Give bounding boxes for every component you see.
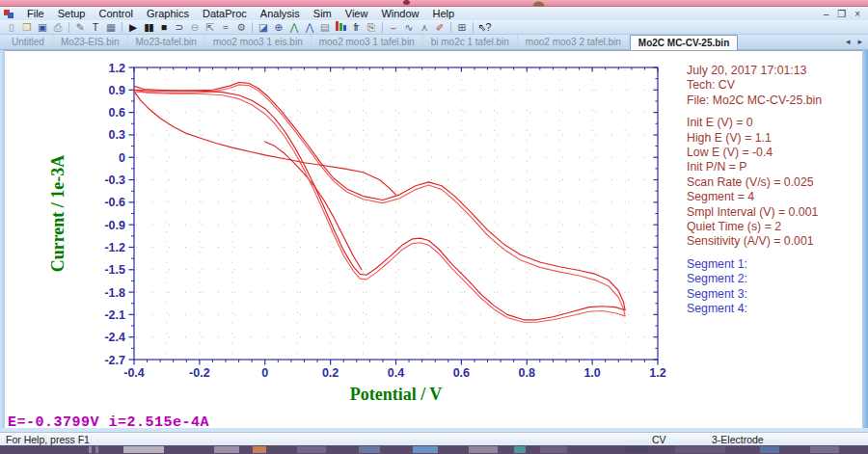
x-tick-label: 0.6 <box>453 366 470 380</box>
taskbar-item[interactable] <box>625 446 648 453</box>
param-line: Scan Rate (V/s) = 0.025 <box>687 175 822 190</box>
cv-trace-cathodic-sweep-a <box>134 90 625 319</box>
x-tick-label: 0.2 <box>322 366 339 380</box>
y-tick-label: -0.9 <box>104 219 125 232</box>
app-window: FileSetupControlGraphicsDataProcAnalysis… <box>0 0 868 454</box>
taskbar-item[interactable] <box>540 446 567 453</box>
status-help-text: For Help, press F1 <box>6 434 90 445</box>
y-tick-label: -2.7 <box>104 354 125 367</box>
y-tick-label: -1.5 <box>104 263 125 277</box>
y-tick-label: -0.6 <box>104 196 125 209</box>
status-technique: CV <box>652 434 666 445</box>
param-line: Segment = 4 <box>687 190 822 204</box>
segment-line: Segment 3: <box>687 287 822 302</box>
experiment-info-panel: July 20, 2017 17:01:13Tech: CVFile: Mo2C… <box>687 64 822 325</box>
cv-trace-anodic-sweep-a <box>134 83 625 310</box>
cv-trace-cathodic-sweep-b <box>134 92 625 322</box>
taskbar-item[interactable] <box>514 446 526 453</box>
y-tick-label: -2.4 <box>104 331 125 344</box>
y-tick-label: 0.3 <box>109 128 125 142</box>
segment-line: Segment 1: <box>687 257 822 272</box>
cursor-readout: E=-0.3799V i=2.515e-4A <box>8 414 209 431</box>
cv-trace-anodic-sweep-b <box>134 85 625 316</box>
x-tick-label: 1.2 <box>649 366 665 380</box>
info-line: File: Mo2C MC-CV-25.bin <box>687 93 822 108</box>
param-line: Low E (V) = -0.4 <box>687 146 822 160</box>
taskbar-item[interactable] <box>413 446 438 453</box>
x-tick-label: 1.0 <box>583 366 600 380</box>
y-tick-label: 0.6 <box>109 106 125 120</box>
cv-trace-initial-sweep-segment-1 <box>265 142 362 270</box>
taskbar-item[interactable] <box>810 446 839 453</box>
status-electrode: 3-Electrode <box>712 434 764 445</box>
x-axis-title: Potential / V <box>350 385 443 404</box>
y-tick-label: 0 <box>119 151 125 165</box>
param-line: Init E (V) = 0 <box>687 116 822 130</box>
taskbar-item[interactable] <box>89 446 92 453</box>
info-line: July 20, 2017 17:01:13 <box>687 64 822 78</box>
param-line: Smpl Interval (V) = 0.001 <box>687 205 822 220</box>
taskbar-item[interactable] <box>760 446 779 453</box>
taskbar-item[interactable] <box>95 446 98 453</box>
y-tick-label: -1.8 <box>104 286 125 300</box>
taskbar-item[interactable] <box>297 446 326 453</box>
segment-line: Segment 4: <box>687 302 822 316</box>
taskbar-item[interactable] <box>123 446 164 453</box>
info-segments: Segment 1:Segment 2:Segment 3:Segment 4: <box>687 257 822 317</box>
x-tick-label: -0.2 <box>189 366 210 380</box>
x-tick-label: 0.4 <box>388 366 404 380</box>
x-tick-label: 0.8 <box>519 366 535 380</box>
param-line: Sensitivity (A/V) = 0.001 <box>687 234 822 249</box>
y-axis-title: Current / 1e-3A <box>48 155 68 273</box>
x-tick-label: -0.4 <box>123 366 145 380</box>
y-tick-label: 1.2 <box>109 62 125 75</box>
document-area: -0.4-0.200.20.40.60.81.01.21.20.90.60.30… <box>0 50 868 432</box>
taskbar-item[interactable] <box>253 446 266 453</box>
y-tick-label: -1.2 <box>104 241 125 254</box>
taskbar-item[interactable] <box>214 446 239 453</box>
param-line: High E (V) = 1.1 <box>687 131 822 146</box>
segment-line: Segment 2: <box>687 272 822 286</box>
y-tick-label: -2.1 <box>104 308 125 322</box>
taskbar-item[interactable] <box>359 446 380 453</box>
os-taskbar[interactable] <box>0 445 868 454</box>
y-tick-label: -0.3 <box>104 174 125 187</box>
taskbar-item[interactable] <box>675 446 725 453</box>
plot-frame <box>134 67 658 360</box>
param-line: Quiet Time (s) = 2 <box>687 220 822 234</box>
info-line: Tech: CV <box>687 78 822 93</box>
y-tick-label: 0.9 <box>109 84 125 97</box>
info-parameters: Init E (V) = 0High E (V) = 1.1Low E (V) … <box>687 116 822 250</box>
status-bar: For Help, press F1 CV 3-Electrode <box>0 432 868 445</box>
info-header: July 20, 2017 17:01:13Tech: CVFile: Mo2C… <box>687 64 822 108</box>
cv-trace-baseline-decay-sweep <box>134 92 396 195</box>
x-tick-label: 0 <box>261 366 268 380</box>
taskbar-item[interactable] <box>469 446 498 453</box>
param-line: Init P/N = P <box>687 160 822 174</box>
